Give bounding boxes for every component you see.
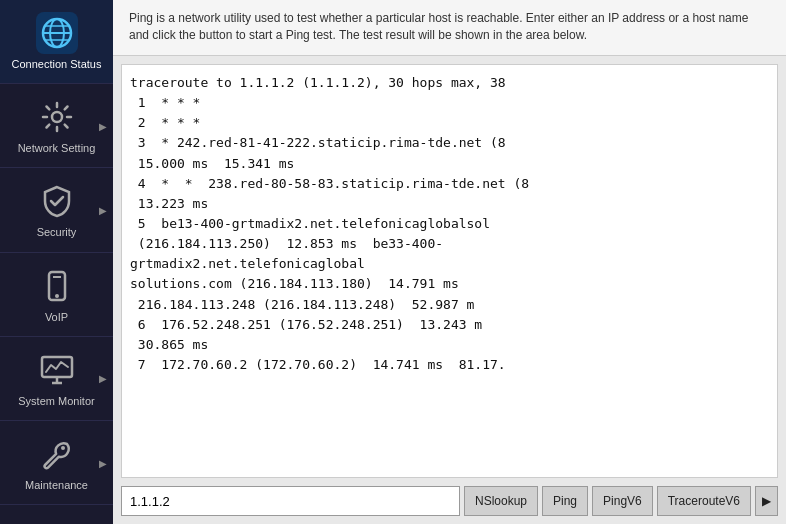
- arrow-icon-security: ▶: [99, 204, 107, 215]
- globe-icon: [36, 12, 78, 54]
- sidebar-item-system-monitor[interactable]: System Monitor ▶: [0, 337, 113, 421]
- ip-input[interactable]: [121, 486, 460, 516]
- sidebar-item-label-network-setting: Network Setting: [18, 142, 96, 155]
- sidebar-item-label-system-monitor: System Monitor: [18, 395, 94, 408]
- monitor-icon: [36, 349, 78, 391]
- sidebar-item-security[interactable]: Security ▶: [0, 168, 113, 252]
- sidebar-item-voip[interactable]: VoIP: [0, 253, 113, 337]
- sidebar-item-connection-status[interactable]: Connection Status: [0, 0, 113, 84]
- gear-icon: [36, 96, 78, 138]
- wrench-icon: [36, 433, 78, 475]
- sidebar-item-label-maintenance: Maintenance: [25, 479, 88, 492]
- ping-button[interactable]: Ping: [542, 486, 588, 516]
- arrow-icon-system-monitor: ▶: [99, 373, 107, 384]
- arrow-icon-network-setting: ▶: [99, 120, 107, 131]
- svg-point-5: [52, 112, 62, 122]
- main-content: Ping is a network utility used to test w…: [113, 0, 786, 524]
- svg-point-7: [55, 294, 59, 298]
- arrow-icon-maintenance: ▶: [99, 457, 107, 468]
- phone-icon: [36, 265, 78, 307]
- pingv6-button[interactable]: PingV6: [592, 486, 653, 516]
- extra-button[interactable]: ▶: [755, 486, 778, 516]
- sidebar-item-network-setting[interactable]: Network Setting ▶: [0, 84, 113, 168]
- sidebar: Connection Status Network Setting ▶ Secu…: [0, 0, 113, 524]
- sidebar-item-label-connection-status: Connection Status: [12, 58, 102, 71]
- sidebar-item-label-security: Security: [37, 226, 77, 239]
- sidebar-item-maintenance[interactable]: Maintenance ▶: [0, 421, 113, 505]
- terminal-output: traceroute to 1.1.1.2 (1.1.1.2), 30 hops…: [130, 73, 769, 375]
- info-text: Ping is a network utility used to test w…: [129, 11, 748, 42]
- sidebar-item-label-voip: VoIP: [45, 311, 68, 324]
- info-bar: Ping is a network utility used to test w…: [113, 0, 786, 56]
- shield-icon: [36, 180, 78, 222]
- traceroutev6-button[interactable]: TracerouteV6: [657, 486, 751, 516]
- terminal-area[interactable]: traceroute to 1.1.1.2 (1.1.1.2), 30 hops…: [121, 64, 778, 478]
- bottom-bar: NSlookup Ping PingV6 TracerouteV6 ▶: [113, 478, 786, 524]
- svg-point-12: [61, 446, 65, 450]
- nslookup-button[interactable]: NSlookup: [464, 486, 538, 516]
